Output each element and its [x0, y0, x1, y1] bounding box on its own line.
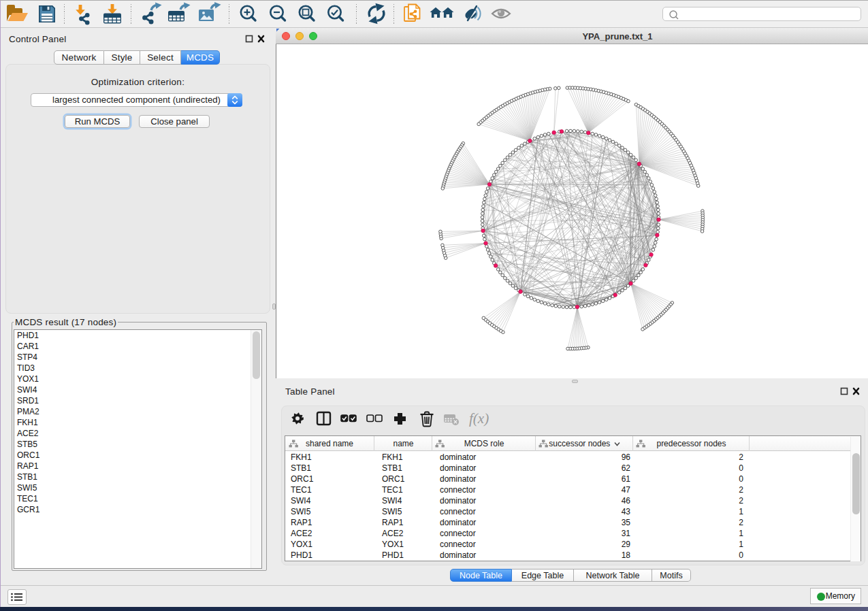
svg-text:f(x): f(x) [469, 410, 489, 427]
